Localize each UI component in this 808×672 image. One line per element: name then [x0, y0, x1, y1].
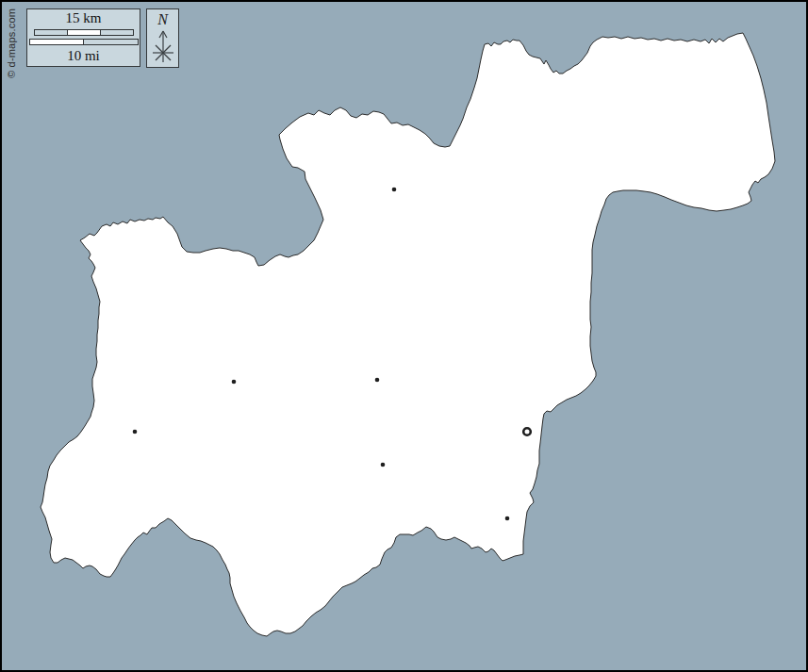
- scale-km-segment: [100, 30, 133, 35]
- scale-km-segment: [35, 30, 67, 35]
- scale-mi-segment: [83, 40, 137, 44]
- north-label: N: [157, 11, 168, 27]
- scale-mi-label: 10 mi: [67, 49, 100, 63]
- scale-mi-bar: [29, 39, 139, 45]
- attribution-text: © d-maps.com: [6, 8, 17, 78]
- scale-mi-segment: [30, 40, 83, 44]
- scale-bar: 15 km 10 mi: [26, 8, 140, 67]
- city-dot: [232, 380, 237, 385]
- capital-ring: [523, 428, 531, 435]
- map-stage: 15 km 10 mi N: [0, 0, 808, 672]
- map-canvas: [2, 2, 806, 670]
- compass-arrow-icon: [151, 27, 175, 65]
- city-dot: [133, 430, 138, 434]
- scale-km-bar: [34, 29, 134, 36]
- city-dot: [381, 463, 386, 467]
- compass: N: [146, 8, 179, 68]
- city-dot: [375, 378, 380, 383]
- scale-km-segment: [67, 30, 100, 35]
- city-dot: [392, 188, 397, 192]
- scale-km-label: 15 km: [66, 11, 102, 25]
- city-dot: [505, 516, 510, 521]
